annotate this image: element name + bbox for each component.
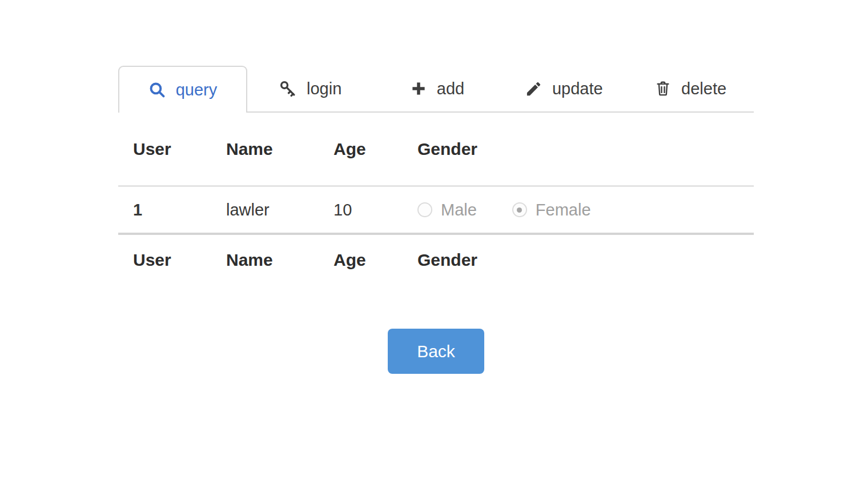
cell-user: 1 — [133, 201, 226, 219]
radio-male-icon[interactable] — [417, 202, 432, 217]
table-footer-header-row: User Name Age Gender — [118, 235, 754, 285]
header-gender: Gender — [417, 139, 754, 159]
radio-female-label: Female — [536, 201, 591, 219]
cell-name: lawler — [226, 201, 333, 219]
radio-male-label: Male — [441, 201, 477, 219]
tab-add-label: add — [437, 79, 464, 98]
back-button[interactable]: Back — [388, 329, 484, 374]
footer-header-age: Age — [333, 250, 417, 270]
tab-login-label: login — [307, 79, 341, 98]
tab-query[interactable]: query — [118, 66, 247, 113]
search-icon — [148, 81, 166, 99]
table-row: 1 lawler 10 Male Female — [118, 187, 754, 235]
tab-login[interactable]: login — [247, 66, 374, 111]
trash-icon — [654, 80, 672, 97]
radio-option-female[interactable]: Female — [512, 201, 591, 219]
plus-icon — [410, 80, 427, 97]
key-icon — [279, 80, 297, 98]
radio-option-male[interactable]: Male — [417, 201, 477, 219]
tab-add[interactable]: add — [374, 66, 501, 111]
footer-header-gender: Gender — [417, 250, 754, 270]
footer-header-name: Name — [226, 250, 333, 270]
tab-update[interactable]: update — [500, 66, 627, 111]
header-name: Name — [226, 139, 333, 159]
header-user: User — [133, 139, 226, 159]
tab-delete[interactable]: delete — [627, 66, 754, 111]
tab-update-label: update — [552, 79, 603, 98]
button-area: Back — [118, 329, 754, 374]
footer-header-user: User — [133, 250, 226, 270]
header-age: Age — [333, 139, 417, 159]
radio-female-icon[interactable] — [512, 202, 527, 217]
pencil-icon — [525, 80, 542, 98]
tab-bar: query login add — [118, 66, 754, 113]
tab-query-label: query — [176, 81, 218, 99]
cell-age: 10 — [333, 201, 417, 219]
cell-gender: Male Female — [417, 201, 754, 219]
main-panel: query login add — [118, 66, 754, 374]
table-header-row: User Name Age Gender — [118, 113, 754, 187]
tab-delete-label: delete — [681, 79, 726, 98]
